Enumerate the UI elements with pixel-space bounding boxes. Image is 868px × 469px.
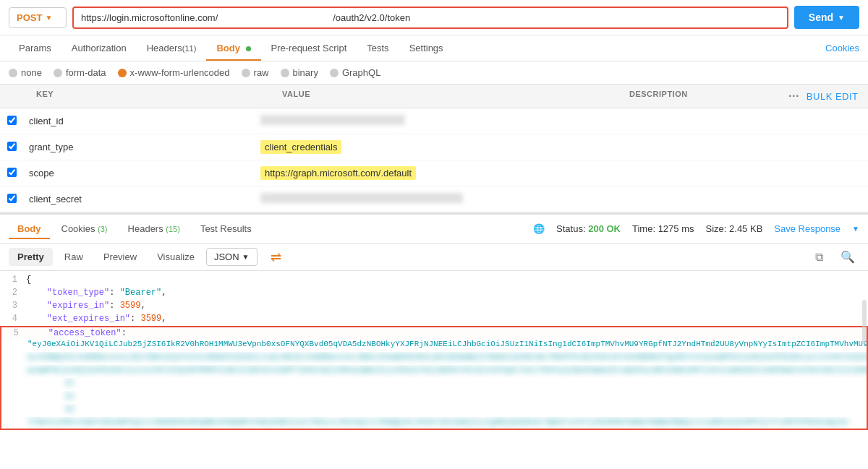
headers-badge: (11) bbox=[182, 44, 197, 53]
tab-authorization[interactable]: Authorization bbox=[61, 35, 137, 61]
row-value-scope: https://graph.microsoft.com/.default bbox=[253, 163, 709, 183]
token-line-4: 8\ bbox=[27, 379, 867, 387]
checkbox-scope[interactable] bbox=[7, 168, 17, 177]
top-bar: POST ▼ Send ▼ bbox=[0, 0, 868, 35]
scrollbar[interactable] bbox=[862, 300, 867, 343]
tab-settings[interactable]: Settings bbox=[399, 35, 454, 61]
col-header-key: KEY bbox=[0, 85, 275, 108]
resp-tab-body[interactable]: Body bbox=[9, 219, 50, 238]
code-line-token-5: Q\ bbox=[0, 391, 868, 404]
form-rows: client_id grant_type client_credentials … bbox=[0, 108, 868, 213]
code-line-access-token: 5 "access_token": bbox=[0, 326, 868, 339]
radio-urlencoded-icon bbox=[118, 69, 127, 77]
token-line-5: Q\ bbox=[27, 392, 867, 400]
form-header: KEY VALUE DESCRIPTION ··· Bulk Edit bbox=[0, 85, 868, 108]
code-line-token-4: 8\ bbox=[0, 378, 868, 391]
headers-count: (15) bbox=[166, 225, 180, 233]
code-line: 1 { bbox=[0, 274, 868, 287]
tab-tests[interactable]: Tests bbox=[357, 35, 399, 61]
copy-button[interactable]: ⧉ bbox=[811, 251, 827, 264]
row-value-grant-type: client_credentials bbox=[253, 137, 709, 157]
status-globe-icon: 🌐 bbox=[533, 223, 545, 234]
row-value-client-id bbox=[253, 111, 709, 132]
row-key-grant-type: grant_type bbox=[22, 137, 253, 157]
token-line-2: eyJhdWQiOiJodHRwczovL2dyYXBoLm1pY3Jvc29m… bbox=[27, 353, 868, 361]
wrap-button[interactable]: ⇌ bbox=[266, 249, 286, 265]
row-check-client-id[interactable] bbox=[0, 116, 22, 127]
tab-headers[interactable]: Headers (11) bbox=[137, 35, 207, 61]
request-tabs: Params Authorization Headers (11) Body P… bbox=[0, 35, 868, 61]
col-header-description: DESCRIPTION bbox=[622, 85, 781, 108]
tab-pre-request[interactable]: Pre-request Script bbox=[261, 35, 357, 61]
code-line: 3 "expires_in": 3599, bbox=[0, 300, 868, 313]
view-tab-pretty[interactable]: Pretty bbox=[9, 248, 53, 266]
table-row: grant_type client_credentials bbox=[0, 134, 868, 160]
resp-tab-cookies[interactable]: Cookies (3) bbox=[53, 219, 116, 238]
token-line-last: YT0wYy1kMzc4ZmYiMzU0OTgiLCJ0ZW5hbnRSaWNt… bbox=[27, 418, 867, 426]
code-line-token-1: "eyJ0eXAiOiJKV1QiLCJub25jZSI6IkR2V0hROH1… bbox=[0, 339, 868, 352]
send-label: Send bbox=[809, 12, 833, 23]
tab-body[interactable]: Body bbox=[206, 35, 260, 61]
body-type-urlencoded[interactable]: x-www-form-urlencoded bbox=[118, 67, 230, 78]
value-scope: https://graph.microsoft.com/.default bbox=[260, 166, 416, 180]
token-line-1: "eyJ0eXAiOiJKV1QiLCJub25jZSI6IkR2V0hROH1… bbox=[27, 340, 868, 348]
line-number: 2 bbox=[0, 288, 26, 298]
table-row: scope https://graph.microsoft.com/.defau… bbox=[0, 160, 868, 186]
code-line: 2 "token_type": "Bearer", bbox=[0, 287, 868, 300]
line-content: "access_token": bbox=[27, 328, 867, 338]
time-label: Time: 1275 ms bbox=[632, 223, 694, 234]
table-row: client_id bbox=[0, 108, 868, 134]
radio-form-data-icon bbox=[54, 69, 62, 77]
save-response-button[interactable]: Save Response bbox=[774, 223, 841, 234]
body-type-form-data[interactable]: form-data bbox=[54, 67, 106, 78]
cookies-link[interactable]: Cookies bbox=[825, 43, 859, 53]
code-line-token-6: N( bbox=[0, 404, 868, 417]
body-type-raw[interactable]: raw bbox=[242, 67, 269, 78]
url-input[interactable] bbox=[72, 7, 788, 29]
row-desc-client-id bbox=[709, 117, 868, 126]
bulk-edit-button[interactable]: Bulk Edit bbox=[807, 91, 859, 102]
line-content: "ext_expires_in": 3599, bbox=[26, 314, 868, 324]
search-button[interactable]: 🔍 bbox=[836, 250, 859, 264]
body-type-none[interactable]: none bbox=[9, 67, 42, 78]
col-header-value: VALUE bbox=[275, 85, 622, 108]
row-value-client-secret bbox=[253, 189, 709, 210]
method-chevron-icon: ▼ bbox=[45, 14, 52, 22]
response-tabs: Body Cookies (3) Headers (15) Test Resul… bbox=[0, 213, 868, 244]
more-options-icon[interactable]: ··· bbox=[788, 90, 799, 103]
row-check-scope[interactable] bbox=[0, 168, 22, 179]
row-key-client-secret: client_secret bbox=[22, 189, 253, 209]
body-type-row: none form-data x-www-form-urlencoded raw… bbox=[0, 61, 868, 85]
row-check-client-secret[interactable] bbox=[0, 194, 22, 205]
resp-tab-headers[interactable]: Headers (15) bbox=[119, 219, 189, 238]
radio-raw-icon bbox=[242, 69, 250, 77]
radio-none-icon bbox=[9, 69, 17, 77]
method-select[interactable]: POST ▼ bbox=[9, 7, 67, 28]
resp-tab-test-results[interactable]: Test Results bbox=[192, 219, 260, 238]
status-info: 🌐 Status: 200 OK Time: 1275 ms Size: 2.4… bbox=[533, 223, 859, 234]
code-line-token-last: YT0wYy1kMzc4ZmYiMzU0OTgiLCJ0ZW5hbnRSaWNt… bbox=[0, 417, 868, 430]
value-grant-type: client_credentials bbox=[260, 140, 341, 154]
view-tabs-row: Pretty Raw Preview Visualize JSON ▼ ⇌ ⧉ … bbox=[0, 244, 868, 271]
tab-params[interactable]: Params bbox=[9, 35, 61, 61]
view-tab-visualize[interactable]: Visualize bbox=[148, 248, 203, 266]
body-type-graphql[interactable]: GraphQL bbox=[330, 67, 380, 78]
row-check-grant-type[interactable] bbox=[0, 142, 22, 153]
view-tab-raw[interactable]: Raw bbox=[56, 248, 92, 266]
save-chevron-icon: ▼ bbox=[852, 225, 859, 233]
status-value: 200 OK bbox=[588, 223, 621, 234]
send-chevron-icon: ▼ bbox=[838, 14, 845, 22]
checkbox-client-id[interactable] bbox=[7, 116, 17, 125]
code-viewer[interactable]: 1 { 2 "token_type": "Bearer", 3 "expires… bbox=[0, 271, 868, 437]
body-type-binary[interactable]: binary bbox=[281, 67, 318, 78]
code-line-token-2: eyJhdWQiOiJodHRwczovL2dyYXBoLm1pY3Jvc29m… bbox=[0, 352, 868, 365]
view-tab-preview[interactable]: Preview bbox=[95, 248, 145, 266]
code-line-token-3: wiaWF0IjoxNjUzOTEyMzcyLCJuYmYiOjE2NTM5MT… bbox=[0, 365, 868, 378]
send-button[interactable]: Send ▼ bbox=[794, 6, 859, 29]
col-header-actions: ··· Bulk Edit bbox=[781, 85, 868, 108]
checkbox-client-secret[interactable] bbox=[7, 194, 17, 203]
table-row: client_secret bbox=[0, 186, 868, 212]
json-format-button[interactable]: JSON ▼ bbox=[206, 248, 258, 266]
radio-graphql-icon bbox=[330, 69, 339, 77]
checkbox-grant-type[interactable] bbox=[7, 142, 17, 151]
